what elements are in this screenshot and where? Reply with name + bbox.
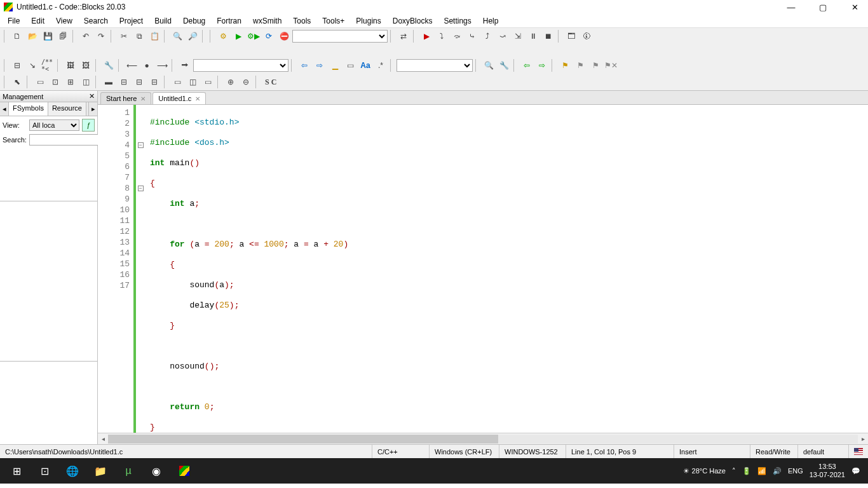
run-to-cursor-icon[interactable]: ⤵ (435, 29, 449, 43)
volume-icon[interactable]: 🔊 (773, 467, 782, 475)
tb4-7-icon[interactable]: ⊟ (132, 75, 146, 89)
new-file-icon[interactable]: 🗋 (10, 29, 24, 43)
next-line-icon[interactable]: ⤼ (450, 29, 464, 43)
scroll-thumb[interactable] (108, 435, 498, 444)
code-editor[interactable]: 1 2 3 4 5 6 7 8 9 10 11 12 13 14 15 16 1… (98, 105, 868, 433)
tb4-8-icon[interactable]: ⊟ (147, 75, 161, 89)
jump-here-icon[interactable]: ● (140, 58, 154, 72)
match-case-icon[interactable]: Aa (358, 58, 372, 72)
doxy-wizard-icon[interactable]: ↘ (25, 58, 39, 72)
menu-edit[interactable]: Edit (26, 15, 50, 27)
start-button[interactable]: ⊞ (3, 458, 31, 484)
redo-icon[interactable]: ↷ (94, 29, 108, 43)
language-indicator[interactable]: ENG (788, 467, 803, 475)
step-into-icon[interactable]: ⤷ (465, 29, 479, 43)
doxy-comment-icon[interactable]: /** *< (41, 58, 55, 72)
close-button[interactable]: ✕ (845, 1, 864, 13)
zoom-find-icon[interactable]: 🔍 (482, 58, 496, 72)
management-tab-resources[interactable]: Resource (48, 102, 86, 116)
debug-continue-icon[interactable]: ▶ (419, 29, 433, 43)
management-tab-scroll-left[interactable]: ◂ (0, 102, 9, 116)
status-encoding[interactable]: WINDOWS-1252 (499, 445, 566, 458)
tray-chevron-icon[interactable]: ˄ (732, 467, 736, 475)
menu-help[interactable]: Help (478, 15, 504, 27)
maximize-button[interactable]: ▢ (813, 1, 832, 13)
fold-icon[interactable]: − (138, 186, 144, 191)
chrome-icon[interactable]: ◉ (142, 458, 170, 484)
edge-icon[interactable]: 🌐 (58, 458, 86, 484)
status-language[interactable]: C/C++ (372, 445, 430, 458)
symbol-tree[interactable] (0, 201, 97, 362)
zoom-in-icon[interactable]: ⊕ (224, 75, 238, 89)
open-file-icon[interactable]: 📂 (25, 29, 39, 43)
editor-tab-start-here[interactable]: Start here✕ (100, 92, 151, 104)
stop-debug-icon[interactable]: ⏹ (541, 29, 555, 43)
find-icon[interactable]: 🔍 (170, 29, 184, 43)
rebuild-icon[interactable]: ⟳ (262, 29, 276, 43)
refresh-symbols-icon[interactable]: ƒ (82, 119, 95, 132)
utorrent-icon[interactable]: µ (114, 458, 142, 484)
copy-icon[interactable]: ⧉ (132, 29, 146, 43)
task-view-icon[interactable]: ⊡ (31, 458, 58, 484)
menu-doxyblocks[interactable]: DoxyBlocks (388, 15, 438, 27)
tb4-1-icon[interactable]: ▭ (33, 75, 47, 89)
build-run-icon[interactable]: ⚙▶ (247, 29, 261, 43)
save-icon[interactable]: 💾 (41, 29, 55, 43)
options-icon[interactable]: 🔧 (497, 58, 511, 72)
management-tab-scroll-right[interactable]: ▸ (88, 102, 97, 116)
flag-prev-icon[interactable]: ⚑ (573, 58, 587, 72)
clock[interactable]: 13:53 13-07-2021 (810, 463, 845, 479)
battery-icon[interactable]: 🔋 (742, 467, 751, 475)
menu-file[interactable]: File (3, 15, 25, 27)
tb4-3-icon[interactable]: ⊞ (64, 75, 78, 89)
management-close-icon[interactable]: ✕ (89, 92, 95, 100)
menu-fortran[interactable]: Fortran (212, 15, 247, 27)
tb4-6-icon[interactable]: ⊟ (117, 75, 131, 89)
code-text[interactable]: #include <stdio.h> #include <dos.h> int … (145, 105, 868, 433)
menu-settings[interactable]: Settings (438, 15, 476, 27)
tb4-11-icon[interactable]: ▭ (201, 75, 215, 89)
doxy-chm-icon[interactable]: 🖾 (79, 58, 93, 72)
build-target-combo[interactable] (292, 30, 388, 43)
menu-view[interactable]: View (51, 15, 78, 27)
selected-text-icon[interactable]: ▭ (343, 58, 357, 72)
close-tab-icon[interactable]: ✕ (140, 95, 146, 102)
select-icon[interactable]: ⬉ (10, 75, 24, 89)
menu-tools[interactable]: Tools (288, 15, 316, 27)
jump-back-icon[interactable]: ⟵ (125, 58, 139, 72)
nav-fwd-icon[interactable]: ⇨ (313, 58, 327, 72)
flag-next-icon[interactable]: ⚑ (588, 58, 602, 72)
tb4-9-icon[interactable]: ▭ (170, 75, 184, 89)
close-tab-icon[interactable]: ✕ (195, 95, 200, 102)
menu-wxsmith[interactable]: wxSmith (248, 15, 287, 27)
menu-search[interactable]: Search (79, 15, 113, 27)
view-select[interactable]: All loca (29, 119, 79, 131)
replace-icon[interactable]: 🔎 (186, 29, 200, 43)
tb4-2-icon[interactable]: ⊡ (48, 75, 62, 89)
search-combo[interactable] (193, 59, 288, 72)
scope-combo[interactable] (397, 59, 473, 72)
flag-clear-icon[interactable]: ⚑✕ (604, 58, 618, 72)
prev-bookmark-icon[interactable]: ⇦ (520, 58, 534, 72)
minimize-button[interactable]: — (782, 1, 801, 13)
build-icon[interactable]: ⚙ (216, 29, 230, 43)
run-icon[interactable]: ▶ (231, 29, 245, 43)
step-into-instr-icon[interactable]: ⇲ (511, 29, 525, 43)
cut-icon[interactable]: ✂ (117, 29, 131, 43)
doxy-config-icon[interactable]: 🔧 (102, 58, 116, 72)
tb4-5-icon[interactable]: ▬ (102, 75, 116, 89)
fold-icon[interactable]: − (138, 142, 144, 148)
editor-tab-untitled1[interactable]: Untitled1.c✕ (153, 92, 206, 104)
last-jump-icon[interactable]: ⮕ (178, 58, 192, 72)
doxy-icon[interactable]: ⊟ (10, 58, 24, 72)
menu-project[interactable]: Project (114, 15, 148, 27)
doxy-html-icon[interactable]: 🖽 (64, 58, 78, 72)
sc-icon[interactable]: S C (262, 75, 280, 89)
wifi-icon[interactable]: 📶 (757, 467, 766, 475)
management-tab-fsymbols[interactable]: FSymbols (9, 102, 48, 116)
break-icon[interactable]: ⏸ (526, 29, 540, 43)
undo-icon[interactable]: ↶ (79, 29, 93, 43)
tb4-10-icon[interactable]: ◫ (186, 75, 200, 89)
save-all-icon[interactable]: 🗐 (56, 29, 70, 43)
file-explorer-icon[interactable]: 📁 (86, 458, 114, 484)
